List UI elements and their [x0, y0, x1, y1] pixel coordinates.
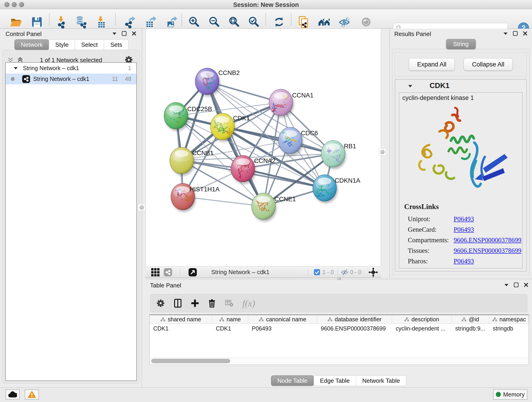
zoom-fit-button[interactable]: [228, 16, 240, 28]
crosslink-link[interactable]: P06493: [454, 226, 474, 233]
tab-network-table[interactable]: Network Table: [356, 375, 406, 386]
horizontal-splitter[interactable]: [146, 278, 532, 280]
table-maximize-button[interactable]: [514, 282, 519, 287]
tab-style[interactable]: Style: [49, 39, 75, 50]
selected-nodes-checkbox[interactable]: [314, 269, 320, 275]
tab-select[interactable]: Select: [75, 39, 104, 50]
zoom-out-button[interactable]: [208, 16, 220, 28]
right-splitter-handle[interactable]: [379, 148, 386, 155]
import-network-button[interactable]: [56, 16, 68, 28]
table-float-button[interactable]: [504, 283, 509, 287]
network-node-CCNA2[interactable]: [231, 155, 256, 184]
column-header--id[interactable]: @id: [452, 315, 489, 324]
column-header-database-identifier[interactable]: database identifier: [317, 315, 392, 324]
column-header-namespac[interactable]: namespac: [489, 315, 529, 324]
save-session-button[interactable]: [31, 16, 43, 28]
node-label-CCNE1: CCNE1: [274, 196, 296, 203]
detach-view-button[interactable]: [189, 268, 197, 276]
network-row-selected[interactable]: String Network – cdk1 11 48: [6, 74, 136, 84]
panel-maximize-button[interactable]: [122, 31, 127, 36]
network-collection-row[interactable]: String Network – cdk1 1: [6, 63, 136, 74]
hidden-nodes-icon[interactable]: [341, 269, 348, 276]
table-cell[interactable]: CDK1: [212, 324, 248, 333]
column-header-shared-name[interactable]: shared name: [150, 315, 212, 324]
gene-expander-icon[interactable]: [408, 85, 412, 88]
network-view-button[interactable]: [164, 268, 172, 276]
network-node-CDK1[interactable]: [210, 113, 235, 142]
network-node-CCNA1[interactable]: [269, 89, 294, 118]
node-table[interactable]: shared namenamecanonical namedatabase id…: [149, 314, 529, 365]
results-actions-box: Expand All Collapse All: [395, 53, 526, 76]
crosslink-link[interactable]: P06493: [454, 257, 474, 265]
crosslink-label: Pharos:: [408, 257, 454, 265]
network-node-CDKN1A[interactable]: [313, 175, 338, 203]
network-canvas[interactable]: CCNB2CCNA1CDC25BCDK1CDC6RB1CCNB1CCNA2CDK…: [146, 29, 381, 266]
add-column-button[interactable]: [191, 299, 199, 307]
node-label-CCNA2: CCNA2: [254, 157, 275, 164]
crosslink-link[interactable]: 9606.ENSP00000378699: [454, 247, 521, 254]
table-cell[interactable]: P06493: [248, 324, 317, 333]
tab-node-table[interactable]: Node Table: [271, 375, 314, 386]
table-cell[interactable]: CDK1: [150, 324, 212, 333]
crosslinks-section: CrossLinks Uniprot:P06493GeneCard:P06493…: [404, 203, 521, 266]
table-horizontal-scrollbar[interactable]: [150, 357, 528, 364]
zoom-selected-button[interactable]: [247, 16, 260, 28]
hide-panel-button[interactable]: [338, 16, 351, 28]
results-maximize-button[interactable]: [513, 31, 518, 36]
column-header-name[interactable]: name: [212, 315, 248, 324]
tab-sets[interactable]: Sets: [104, 39, 128, 50]
table-options-gear-icon[interactable]: [157, 299, 165, 307]
string-documents-button[interactable]: [298, 16, 310, 28]
zoom-in-button[interactable]: [187, 16, 200, 28]
toolbar-separator: [266, 13, 266, 25]
export-table-button[interactable]: [144, 16, 157, 28]
network-node-CCNB2[interactable]: [195, 68, 220, 97]
panel-float-button[interactable]: [112, 32, 117, 35]
window-title: Session: New Session: [0, 1, 532, 8]
table-cell[interactable]: stringdb: [489, 324, 529, 333]
results-close-button[interactable]: [523, 31, 527, 36]
collapse-all-button[interactable]: Collapse All: [463, 58, 513, 70]
collection-expander-icon[interactable]: [13, 67, 18, 70]
cloud-status-button[interactable]: [6, 389, 20, 400]
delete-column-button[interactable]: [208, 299, 216, 307]
export-image-button[interactable]: [165, 16, 178, 28]
panel-close-button[interactable]: [132, 31, 136, 36]
network-node-CCNE1[interactable]: [252, 193, 277, 222]
import-table-button[interactable]: [95, 16, 108, 28]
control-panel-title: Control Panel: [6, 31, 42, 38]
table-cell[interactable]: stringdb:9...: [452, 324, 489, 333]
gene-section-header[interactable]: CDK1: [395, 81, 526, 91]
results-panel-title: Results Panel: [394, 31, 431, 38]
import-database-button[interactable]: [75, 16, 88, 28]
expand-all-button[interactable]: Expand All: [409, 58, 455, 70]
memory-button[interactable]: Memory: [493, 389, 527, 400]
refresh-button[interactable]: [273, 16, 285, 28]
table-close-button[interactable]: [524, 283, 528, 287]
grid-view-button[interactable]: [151, 268, 159, 276]
crosslink-link[interactable]: 9606.ENSP00000378699: [454, 236, 521, 244]
column-header-description[interactable]: description: [392, 315, 452, 324]
scrollbar-thumb[interactable]: [151, 359, 230, 363]
tab-string[interactable]: String: [446, 39, 476, 49]
crosslink-link[interactable]: P06493: [454, 215, 474, 223]
network-node-CDC6[interactable]: [278, 127, 303, 156]
column-type-icon: [492, 317, 497, 322]
column-header-canonical-name[interactable]: canonical name: [248, 315, 317, 324]
table-cell[interactable]: 9606.ENSP00000378699: [317, 324, 392, 333]
pan-mode-button[interactable]: [368, 268, 378, 277]
table-cell[interactable]: cyclin-dependent ...: [392, 324, 452, 333]
tab-edge-table[interactable]: Edge Table: [314, 375, 356, 386]
network-node-RB1[interactable]: [321, 140, 346, 169]
show-columns-button[interactable]: [174, 299, 182, 307]
export-network-button[interactable]: [123, 16, 136, 28]
tab-network[interactable]: Network: [14, 39, 49, 50]
open-session-button[interactable]: [10, 16, 22, 28]
column-type-icon: [160, 317, 165, 322]
left-splitter-handle[interactable]: [138, 204, 145, 211]
results-float-button[interactable]: [503, 32, 508, 35]
warnings-button[interactable]: [25, 389, 39, 400]
show-panel-button[interactable]: [360, 16, 373, 28]
string-homes-button[interactable]: [318, 16, 331, 28]
table-row[interactable]: CDK1CDK1P064939606.ENSP00000378699cyclin…: [150, 324, 529, 333]
